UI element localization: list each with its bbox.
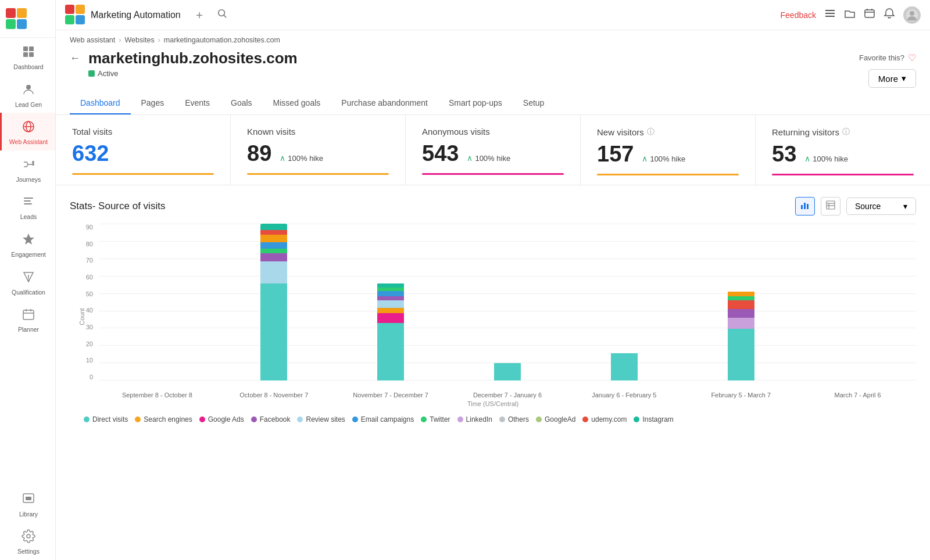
tab-dashboard[interactable]: Dashboard (70, 92, 131, 114)
stat-hike: ∧ 100% hike (804, 154, 848, 163)
tab-purchase-abandonment[interactable]: Purchase abandonment (331, 92, 438, 114)
y-label: 70 (86, 257, 93, 264)
legend-label: Facebook (260, 415, 291, 423)
sidebar-item-qualification[interactable]: Qualification (0, 263, 55, 301)
topbar-right: Feedback (781, 6, 921, 24)
sidebar-item-leadgen[interactable]: Lead Gen (0, 76, 55, 113)
page-header-right: Favorite this? ♡ More ▾ (859, 50, 916, 88)
svg-rect-14 (24, 200, 31, 202)
stat-anonymous-visits: Anonymous visits 543 ∧ 100% hike (406, 115, 581, 185)
status-label: Active (98, 69, 118, 78)
list-icon[interactable] (824, 8, 836, 22)
tab-missed-goals[interactable]: Missed goals (263, 92, 331, 114)
breadcrumb-webassist[interactable]: Web assistant (70, 36, 115, 44)
tabs: Dashboard Pages Events Goals Missed goal… (56, 92, 930, 115)
bar-chart-view-button[interactable] (795, 197, 815, 216)
sidebar-item-settings[interactable]: Settings (0, 522, 55, 560)
sidebar-item-journeys[interactable]: Journeys (0, 150, 55, 188)
legend-item: Others (499, 415, 529, 423)
legend-dot (634, 417, 639, 422)
breadcrumb: Web assistant › Websites › marketingauto… (56, 30, 930, 44)
sidebar-item-library[interactable]: Library (0, 485, 55, 523)
chart-header: Stats- Source of visits Source ▾ (70, 197, 916, 216)
calendar-icon[interactable] (864, 8, 875, 22)
tab-smart-popups[interactable]: Smart pop-ups (438, 92, 513, 114)
x-label: March 7 - April 6 (799, 380, 916, 410)
source-dropdown[interactable]: Source ▾ (846, 198, 916, 215)
stat-value-row: 543 ∧ 100% hike (422, 141, 564, 166)
legend-dot (84, 417, 90, 422)
sidebar-item-planner[interactable]: Planner (0, 300, 55, 338)
stat-label: Total visits (72, 127, 214, 137)
back-button[interactable]: ← (70, 52, 80, 64)
more-label: More (878, 74, 898, 84)
topbar: Marketing Automation ＋ Feedback (56, 0, 930, 30)
stat-bar (72, 173, 214, 175)
tab-setup[interactable]: Setup (513, 92, 555, 114)
x-label: October 8 - November 7 (216, 380, 332, 410)
svg-line-32 (224, 15, 226, 17)
chart-title: Stats- Source of visits (70, 200, 165, 212)
bar-segment (728, 296, 754, 300)
sidebar-item-label: Planner (18, 326, 39, 333)
legend-dot (352, 417, 358, 422)
legend-dot (457, 417, 463, 422)
bar-segment (260, 253, 287, 261)
stat-bar (247, 173, 389, 175)
legend-item: Search engines (135, 415, 192, 423)
sidebar-item-dashboard[interactable]: Dashboard (0, 38, 55, 76)
hike-arrow-icon: ∧ (642, 154, 648, 163)
folder-icon[interactable] (844, 8, 856, 22)
svg-rect-29 (65, 15, 74, 24)
legend-label: Instagram (642, 415, 673, 423)
svg-rect-25 (26, 497, 31, 500)
more-button[interactable]: More ▾ (868, 69, 916, 88)
sidebar-item-label: Web Assistant (9, 138, 48, 146)
heart-icon[interactable]: ♡ (908, 52, 916, 63)
sidebar-item-leads[interactable]: Leads (0, 188, 55, 225)
breadcrumb-websites[interactable]: Websites (124, 36, 154, 44)
stat-value-row: 53 ∧ 100% hike (772, 142, 914, 167)
tab-goals[interactable]: Goals (220, 92, 263, 114)
stat-hike: ∧ 100% hike (280, 153, 323, 163)
info-icon: ⓘ (842, 127, 850, 137)
legend-dot (251, 417, 257, 422)
stat-label: Anonymous visits (422, 127, 564, 137)
legend-label: GoogleAd (545, 415, 575, 423)
search-button[interactable] (213, 7, 231, 23)
sidebar-item-engagement[interactable]: Engagement (0, 225, 55, 263)
legend-item: Direct visits (84, 415, 128, 423)
add-button[interactable]: ＋ (190, 6, 209, 24)
legend-label: LinkedIn (466, 415, 492, 423)
y-label: 80 (86, 240, 93, 247)
bell-icon[interactable] (884, 8, 895, 22)
svg-rect-13 (24, 198, 33, 199)
legend-item: udemy.com (582, 415, 627, 423)
chevron-down-icon: ▾ (902, 73, 906, 84)
stat-known-visits: Known visits 89 ∧ 100% hike (231, 115, 406, 185)
table-view-button[interactable] (821, 197, 840, 216)
bar-segment (377, 300, 404, 308)
stat-bar (772, 174, 914, 175)
bar-segment (260, 224, 287, 230)
tab-pages[interactable]: Pages (131, 92, 175, 114)
bar-group (332, 224, 449, 380)
tab-events[interactable]: Events (174, 92, 220, 114)
svg-rect-33 (825, 10, 835, 11)
bar-segment (494, 363, 521, 380)
sidebar-item-webassist[interactable]: Web Assistant (0, 113, 55, 150)
stat-value: 157 (597, 142, 634, 167)
library-icon (22, 492, 35, 508)
sidebar-item-label: Settings (17, 548, 40, 555)
stat-bar (597, 174, 739, 175)
feedback-link[interactable]: Feedback (781, 10, 816, 20)
legend-dot (199, 417, 205, 422)
bar-segment (260, 230, 287, 235)
user-avatar[interactable] (903, 6, 921, 24)
legend-label: udemy.com (591, 415, 627, 423)
legend-dot (499, 417, 505, 422)
status-dot (88, 70, 95, 77)
sidebar: Dashboard Lead Gen Web Assistant Journey… (0, 0, 56, 560)
x-axis-title: Time (US/Central) (467, 400, 518, 407)
hike-arrow-icon: ∧ (804, 154, 810, 163)
